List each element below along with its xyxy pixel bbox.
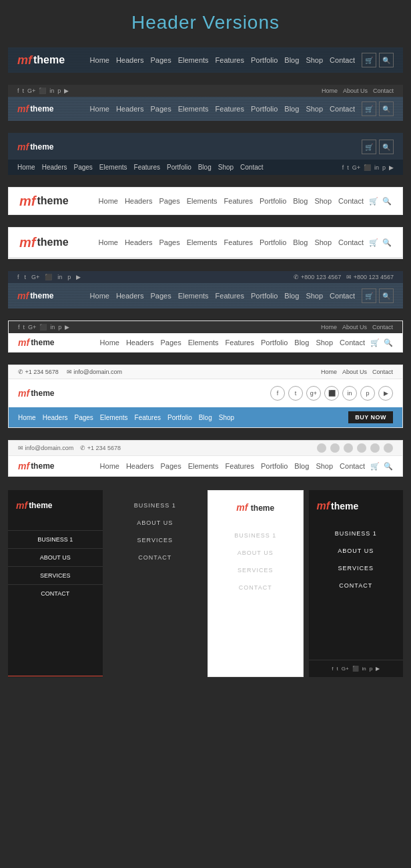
vh1-logo[interactable]: mf theme: [8, 490, 103, 517]
social-g-v8[interactable]: g+: [306, 386, 321, 401]
top-home[interactable]: Home: [322, 87, 338, 94]
nav-shop-v2[interactable]: Shop: [306, 105, 323, 113]
nav-home[interactable]: Home: [90, 56, 109, 64]
nav-elements-v8[interactable]: Elements: [100, 414, 128, 421]
nav-pages-v4[interactable]: Pages: [159, 197, 180, 205]
vh3-item-3[interactable]: SERVICES: [208, 562, 303, 579]
nav-shop-v4[interactable]: Shop: [314, 197, 332, 205]
nav-blog-v6[interactable]: Blog: [284, 292, 299, 300]
cart-button-v7[interactable]: 🛒: [370, 339, 380, 347]
nav-features-v9[interactable]: Features: [226, 462, 254, 470]
social-yt-v8[interactable]: ▶: [378, 386, 393, 401]
vh4-social-p[interactable]: p: [370, 666, 372, 672]
search-button-v5[interactable]: 🔍: [382, 238, 392, 247]
logo-v6[interactable]: mf theme: [17, 291, 53, 300]
nav-headers-v5[interactable]: Headers: [125, 238, 153, 246]
nav-home-v4[interactable]: Home: [99, 197, 118, 205]
vh3-item-2[interactable]: ABOUT US: [208, 544, 303, 562]
nav-headers-v8[interactable]: Headers: [43, 414, 68, 421]
search-button-v1[interactable]: 🔍: [379, 53, 394, 67]
nav-shop-v6[interactable]: Shop: [306, 292, 323, 300]
vh4-social-t[interactable]: t: [336, 666, 338, 672]
vh4-social-yt[interactable]: ▶: [376, 666, 380, 672]
nav-portfolio-v7[interactable]: Portfolio: [261, 339, 288, 347]
cart-button-v3[interactable]: 🛒: [362, 140, 376, 154]
nav-features-v5[interactable]: Features: [224, 238, 253, 246]
nav-headers-v3[interactable]: Headers: [42, 164, 67, 171]
search-button-v6[interactable]: 🔍: [379, 288, 394, 303]
vh4-logo[interactable]: mf theme: [309, 490, 404, 518]
nav-pages[interactable]: Pages: [151, 56, 171, 64]
nav-blog-v4[interactable]: Blog: [293, 197, 308, 205]
nav-elements[interactable]: Elements: [178, 56, 209, 64]
nav-features-v7[interactable]: Features: [226, 339, 254, 347]
social-g[interactable]: G+: [27, 87, 35, 94]
vh4-social-f[interactable]: f: [332, 666, 333, 672]
vh4-item-4[interactable]: CONTACT: [309, 577, 404, 594]
vh4-social-g[interactable]: G+: [342, 666, 349, 672]
vh3-item-1[interactable]: BUSINESS 1: [208, 527, 303, 544]
nav-blog-v9[interactable]: Blog: [294, 462, 309, 470]
search-button-v4[interactable]: 🔍: [382, 197, 392, 206]
nav-pages-v2[interactable]: Pages: [151, 105, 171, 113]
top-home-v7[interactable]: Home: [321, 324, 337, 331]
social-in-v8[interactable]: in: [342, 386, 357, 401]
nav-portfolio-v5[interactable]: Portfolio: [260, 238, 286, 246]
nav-contact-v3[interactable]: Contact: [240, 164, 263, 171]
top-contact-v7[interactable]: Contact: [372, 324, 393, 331]
logo-v4[interactable]: mf theme: [19, 194, 69, 208]
cart-button-v2[interactable]: 🛒: [362, 101, 376, 116]
nav-portfolio-v2[interactable]: Portfolio: [251, 105, 278, 113]
social-p[interactable]: p: [57, 87, 61, 94]
nav-headers-v4[interactable]: Headers: [125, 197, 153, 205]
nav-home-v6[interactable]: Home: [90, 292, 109, 300]
nav-elements-v6[interactable]: Elements: [178, 292, 209, 300]
dot3[interactable]: [344, 443, 353, 453]
logo-v9[interactable]: mf theme: [18, 461, 54, 471]
nav-shop-v7[interactable]: Shop: [316, 339, 333, 347]
vh3-item-4[interactable]: CONTACT: [208, 579, 303, 596]
vh1-item-1[interactable]: BUSINESS 1: [8, 530, 103, 548]
vh4-social-in1[interactable]: ⬛: [352, 666, 359, 672]
top-contact-v8[interactable]: Contact: [372, 369, 393, 375]
logo-v5[interactable]: mf theme: [19, 236, 69, 249]
vh1-item-3[interactable]: SERVICES: [8, 566, 103, 584]
logo-v1[interactable]: mf theme: [17, 54, 65, 66]
social-inst-v8[interactable]: ⬛: [324, 386, 339, 401]
nav-contact-v5[interactable]: Contact: [338, 238, 364, 246]
nav-headers-v6[interactable]: Headers: [116, 292, 144, 300]
nav-elements-v7[interactable]: Elements: [188, 339, 219, 347]
search-button-v7[interactable]: 🔍: [384, 339, 393, 347]
nav-features-v2[interactable]: Features: [216, 105, 244, 113]
nav-contact-v4[interactable]: Contact: [338, 197, 364, 205]
dot6[interactable]: [384, 443, 393, 453]
nav-headers-v9[interactable]: Headers: [126, 462, 154, 470]
vh2-item-1[interactable]: BUSINESS 1: [108, 497, 203, 514]
nav-portfolio-v3[interactable]: Portfolio: [167, 164, 191, 171]
buy-now-button[interactable]: BUY NOW: [348, 411, 393, 423]
vh1-item-4[interactable]: CONTACT: [8, 584, 103, 602]
vh2-item-3[interactable]: SERVICES: [108, 531, 203, 549]
nav-home-v2[interactable]: Home: [90, 105, 109, 113]
nav-elements-v5[interactable]: Elements: [187, 238, 218, 246]
nav-pages-v8[interactable]: Pages: [75, 414, 93, 421]
nav-portfolio-v4[interactable]: Portfolio: [260, 197, 286, 205]
nav-pages-v3[interactable]: Pages: [74, 164, 93, 171]
vh3-logo[interactable]: mf theme: [208, 491, 303, 520]
nav-portfolio-v6[interactable]: Portfolio: [251, 292, 278, 300]
nav-contact[interactable]: Contact: [330, 56, 355, 64]
dot5[interactable]: [370, 443, 380, 453]
vh2-item-2[interactable]: ABOUT US: [108, 514, 203, 531]
cart-button-v9[interactable]: 🛒: [370, 462, 380, 471]
nav-contact-v6[interactable]: Contact: [330, 292, 355, 300]
top-about-v8[interactable]: About Us: [342, 369, 367, 375]
dot2[interactable]: [330, 443, 340, 453]
nav-pages-v5[interactable]: Pages: [159, 238, 180, 246]
social-in2[interactable]: in: [49, 87, 54, 94]
nav-home-v9[interactable]: Home: [100, 462, 119, 470]
nav-pages-v7[interactable]: Pages: [161, 339, 181, 347]
social-t[interactable]: t: [23, 87, 25, 94]
nav-elements-v9[interactable]: Elements: [188, 462, 219, 470]
logo-v7[interactable]: mf theme: [18, 338, 54, 347]
dot1[interactable]: [317, 443, 326, 453]
